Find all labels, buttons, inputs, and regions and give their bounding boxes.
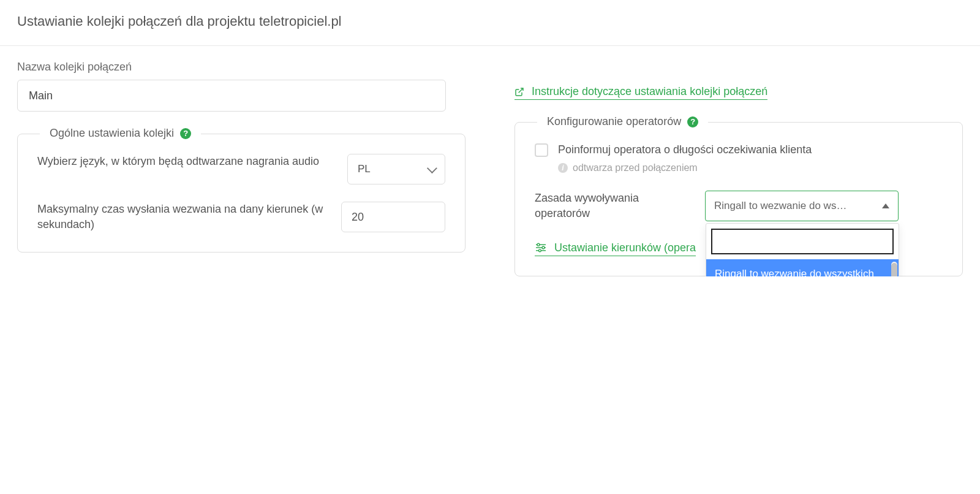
timeout-input[interactable] (341, 202, 445, 232)
call-rule-select[interactable]: Ringall to wezwanie do ws… Ringall to we… (705, 191, 899, 221)
operators-legend-text: Konfigurowanie operatorów (547, 115, 681, 128)
chevron-down-icon (427, 163, 437, 173)
inform-operator-checkbox[interactable] (535, 143, 548, 157)
inform-operator-subtext: odtwarza przed połączeniem (573, 162, 698, 173)
triangle-up-icon (882, 203, 889, 208)
queue-name-input[interactable] (17, 80, 446, 112)
sliders-icon (535, 243, 547, 253)
call-rule-select-value: Ringall to wezwanie do ws… (714, 200, 846, 212)
dropdown-scrollbar-thumb[interactable] (891, 263, 897, 276)
dropdown-scrollbar[interactable] (891, 262, 897, 276)
language-select[interactable]: PL (347, 154, 445, 184)
call-rule-dropdown: Ringall to wezwanie do wszystkich naraz … (706, 223, 899, 276)
inform-operator-label: Poinformuj operatora o długości oczekiwa… (558, 142, 943, 158)
page-title: Ustawianie kolejki połączeń dla projektu… (0, 0, 980, 46)
general-settings-legend: Ogólne ustawienia kolejki ? (40, 127, 201, 140)
operators-legend: Konfigurowanie operatorów ? (537, 115, 708, 128)
operators-fieldset: Konfigurowanie operatorów ? Poinformuj o… (514, 122, 963, 276)
external-link-icon (514, 87, 524, 97)
dropdown-option-ringall[interactable]: Ringall to wezwanie do wszystkich naraz (706, 259, 899, 276)
info-icon: i (558, 163, 568, 173)
timeout-label: Maksymalny czas wysłania wezwania na dan… (37, 202, 330, 232)
language-label: Wybierz język, w którym będą odtwarzane … (37, 154, 336, 169)
language-select-value: PL (358, 163, 371, 175)
directions-link[interactable]: Ustawianie kierunków (opera (535, 241, 696, 256)
help-icon[interactable]: ? (180, 128, 191, 139)
svg-point-2 (537, 243, 540, 246)
general-settings-fieldset: Ogólne ustawienia kolejki ? Wybierz języ… (17, 134, 466, 253)
svg-line-0 (519, 88, 523, 93)
svg-point-4 (542, 246, 545, 249)
instructions-link-text: Instrukcje dotyczące ustawiania kolejki … (532, 85, 767, 98)
general-legend-text: Ogólne ustawienia kolejki (50, 127, 174, 140)
instructions-link[interactable]: Instrukcje dotyczące ustawiania kolejki … (514, 85, 767, 100)
directions-link-text: Ustawianie kierunków (opera (554, 241, 696, 254)
dropdown-search-input[interactable] (711, 229, 894, 254)
queue-name-label: Nazwa kolejki połączeń (17, 61, 466, 74)
help-icon[interactable]: ? (687, 116, 698, 127)
svg-point-6 (538, 249, 541, 252)
call-rule-label: Zasada wywoływania operatorów (535, 191, 694, 221)
